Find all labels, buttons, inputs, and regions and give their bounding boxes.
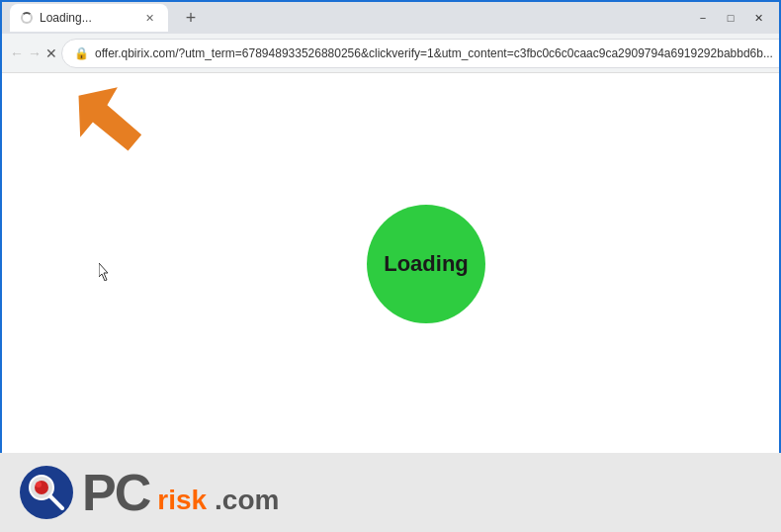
loading-indicator: Loading — [367, 205, 485, 323]
svg-marker-1 — [76, 86, 142, 155]
orange-arrow — [71, 83, 160, 172]
nav-bar: ← → ✕ 🔒 offer.qbirix.com/?utm_term=67894… — [2, 34, 779, 73]
lock-icon: 🔒 — [74, 46, 89, 60]
watermark-bar: PC risk .com — [0, 453, 781, 532]
tab-title: Loading... — [40, 11, 134, 25]
window-controls: − □ ✕ — [690, 8, 771, 28]
loading-spinner — [21, 12, 33, 24]
restore-button[interactable]: □ — [718, 8, 743, 28]
title-bar-left: Loading... ✕ + — [10, 4, 690, 32]
back-button[interactable]: ← — [10, 40, 24, 67]
minimize-button[interactable]: − — [690, 8, 716, 28]
browser-tab[interactable]: Loading... ✕ — [10, 4, 168, 32]
pcrisk-pc-text: PC — [82, 467, 149, 518]
svg-point-5 — [36, 482, 42, 488]
address-bar[interactable]: 🔒 offer.qbirix.com/?utm_term=67894893352… — [61, 39, 781, 68]
pcrisk-dotcom-text: .com — [215, 487, 279, 520]
mouse-cursor — [99, 263, 111, 281]
close-button[interactable]: ✕ — [745, 8, 771, 28]
loading-text: Loading — [384, 251, 469, 277]
reload-button[interactable]: ✕ — [45, 40, 57, 67]
title-bar: Loading... ✕ + − □ ✕ — [2, 2, 779, 34]
new-tab-button[interactable]: + — [178, 5, 204, 31]
main-content: Loading — [2, 73, 779, 455]
pcrisk-icon — [20, 466, 74, 520]
tab-favicon — [20, 11, 34, 25]
pcrisk-risk-text: risk — [157, 487, 207, 520]
pcrisk-logo: PC risk .com — [20, 466, 279, 520]
forward-button[interactable]: → — [28, 40, 42, 67]
tab-close-button[interactable]: ✕ — [140, 9, 158, 27]
url-text: offer.qbirix.com/?utm_term=6789489335268… — [95, 46, 773, 60]
